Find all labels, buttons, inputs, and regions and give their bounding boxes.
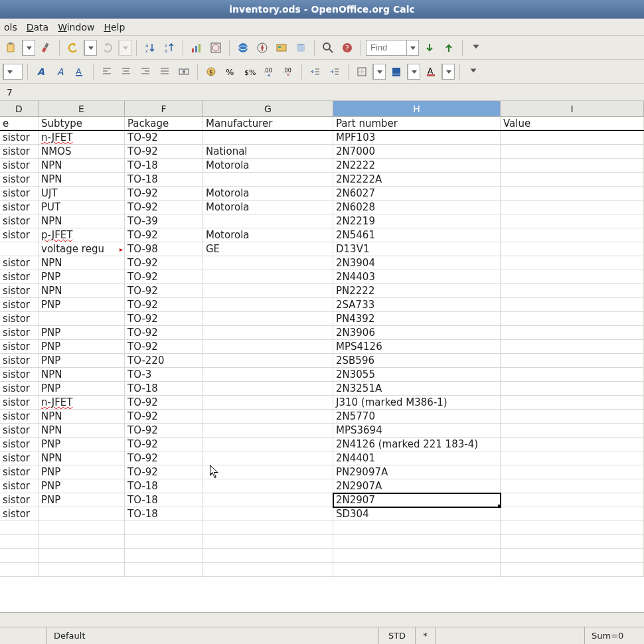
cell[interactable] xyxy=(501,438,644,451)
cell[interactable]: sistor xyxy=(0,382,39,396)
cell[interactable]: sistor xyxy=(0,340,39,354)
cell[interactable]: UJT xyxy=(39,187,125,201)
formula-content[interactable]: 7 xyxy=(3,87,13,98)
cell[interactable]: sistor xyxy=(0,131,39,145)
cell[interactable]: PN2222 xyxy=(333,284,501,298)
cell[interactable] xyxy=(203,549,333,563)
cell[interactable] xyxy=(39,563,125,577)
cell[interactable] xyxy=(203,256,333,270)
fontcolor-dropdown[interactable] xyxy=(442,64,455,80)
cell[interactable] xyxy=(501,228,644,242)
cell[interactable]: Part number xyxy=(333,117,501,130)
cell[interactable] xyxy=(501,354,644,368)
cell[interactable] xyxy=(39,535,125,549)
cell[interactable] xyxy=(501,368,644,382)
cell[interactable]: NPN xyxy=(39,368,125,382)
format-paintbrush-button[interactable] xyxy=(37,39,54,56)
remove-decimal-button[interactable]: .00 xyxy=(280,63,297,80)
cell[interactable] xyxy=(203,284,333,298)
merge-cells-button[interactable] xyxy=(175,63,193,80)
cell[interactable] xyxy=(39,521,125,535)
underline-button[interactable]: A xyxy=(71,63,88,80)
cell[interactable]: PN4392 xyxy=(333,312,501,326)
toolbar-overflow-2[interactable] xyxy=(465,63,482,80)
cell[interactable]: sistor xyxy=(0,451,39,465)
cell[interactable]: NPN xyxy=(39,451,125,465)
cell[interactable]: TO-92 xyxy=(125,201,203,214)
cell[interactable]: 2N2222A xyxy=(333,173,501,187)
find-toolbar[interactable] xyxy=(366,40,419,56)
cell[interactable]: TO-18 xyxy=(125,159,203,173)
cell[interactable]: sistor xyxy=(0,201,39,214)
find-next-button[interactable] xyxy=(421,39,438,56)
cell[interactable]: 2N4403 xyxy=(333,270,501,284)
cell[interactable]: PN29097A xyxy=(333,465,501,479)
cell[interactable] xyxy=(203,521,333,535)
cell[interactable]: TO-92 xyxy=(125,256,203,270)
cell[interactable]: 2SB596 xyxy=(333,354,501,368)
cell[interactable] xyxy=(203,368,333,382)
toolbar-overflow[interactable] xyxy=(467,39,485,56)
cell[interactable]: TO-92 xyxy=(125,187,203,201)
cell[interactable]: NPN xyxy=(39,173,125,187)
cell[interactable]: TO-92 xyxy=(125,340,203,354)
bgcolor-button[interactable] xyxy=(388,63,405,80)
cell[interactable]: PNP xyxy=(39,298,125,312)
cell[interactable]: NPN xyxy=(39,159,125,173)
cell[interactable]: sistor xyxy=(0,438,39,451)
cell[interactable] xyxy=(501,242,644,256)
cell[interactable] xyxy=(501,396,644,410)
cell[interactable] xyxy=(203,438,333,451)
cell[interactable]: TO-220 xyxy=(125,354,203,368)
cell[interactable]: TO-92 xyxy=(125,131,203,145)
cell[interactable]: NPN xyxy=(39,214,125,228)
cell[interactable]: PNP xyxy=(39,354,125,368)
cell[interactable] xyxy=(39,549,125,563)
redo-dropdown[interactable] xyxy=(118,40,131,56)
currency-button[interactable]: $ xyxy=(202,63,220,80)
cell[interactable]: sistor xyxy=(0,228,39,242)
cell[interactable]: 2N6028 xyxy=(333,201,501,214)
cell[interactable]: PNP xyxy=(39,270,125,284)
cell[interactable] xyxy=(501,493,644,507)
cell[interactable] xyxy=(0,563,39,577)
cell[interactable] xyxy=(203,563,333,577)
cell[interactable]: sistor xyxy=(0,368,39,382)
cell[interactable] xyxy=(203,382,333,396)
menu-help[interactable]: Help xyxy=(104,22,125,33)
cell[interactable] xyxy=(501,214,644,228)
cell[interactable] xyxy=(203,270,333,284)
cell[interactable]: 2N2219 xyxy=(333,214,501,228)
cell[interactable] xyxy=(203,298,333,312)
cell[interactable]: Value xyxy=(501,117,644,130)
cell[interactable] xyxy=(501,535,644,549)
cell[interactable]: sistor xyxy=(0,187,39,201)
cell[interactable]: sistor xyxy=(0,410,39,424)
paste-dropdown[interactable] xyxy=(22,40,35,56)
cell[interactable]: NPN xyxy=(39,424,125,438)
cell[interactable]: TO-92 xyxy=(125,270,203,284)
navigator-button[interactable] xyxy=(254,39,271,56)
spreadsheet-grid[interactable]: D E F G H I eSubtypePackageManufacturerP… xyxy=(0,101,644,612)
cell[interactable] xyxy=(501,479,644,493)
cell[interactable]: e xyxy=(0,117,39,130)
col-header-H[interactable]: H xyxy=(333,101,501,116)
cell[interactable]: 2N3251A xyxy=(333,382,501,396)
cell[interactable]: p-JFET xyxy=(39,228,125,242)
cell[interactable]: 2N5770 xyxy=(333,410,501,424)
chart-button[interactable] xyxy=(188,39,205,56)
cell[interactable]: TO-92 xyxy=(125,465,203,479)
fontcolor-button[interactable]: A xyxy=(422,63,440,80)
cell[interactable]: TO-3 xyxy=(125,368,203,382)
cell[interactable]: 2N4126 (marked 221 183-4) xyxy=(333,438,501,451)
cell[interactable] xyxy=(203,465,333,479)
cell[interactable] xyxy=(203,354,333,368)
cell[interactable] xyxy=(203,424,333,438)
percent-button[interactable]: % xyxy=(222,63,239,80)
cell[interactable]: TO-92 xyxy=(125,298,203,312)
col-header-D[interactable]: D xyxy=(0,101,39,116)
cell[interactable] xyxy=(203,340,333,354)
sheet-tabs[interactable] xyxy=(0,612,644,627)
find-input[interactable] xyxy=(366,42,406,52)
cell[interactable] xyxy=(501,507,644,521)
